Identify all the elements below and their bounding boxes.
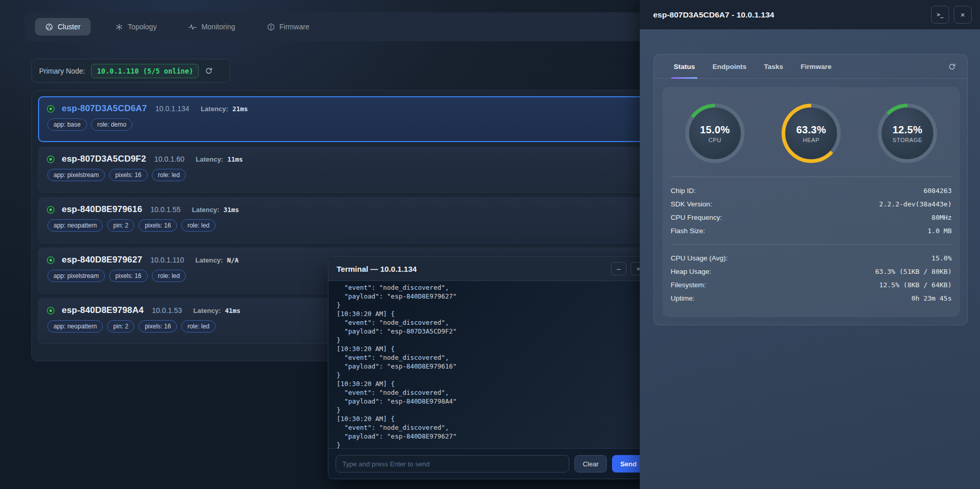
node-name: esp-840D8E979627 <box>62 255 142 265</box>
node-tag: role: led <box>152 270 186 282</box>
panel-tab-label: Firmware <box>801 63 832 71</box>
detail-value: 15.0% <box>932 254 952 262</box>
nav-tab-cluster[interactable]: Cluster <box>35 18 91 36</box>
gauge-label: CPU <box>708 137 721 143</box>
clear-button[interactable]: Clear <box>574 455 607 473</box>
detail-value: 1.0 MB <box>927 227 952 235</box>
node-name: esp-840D8E9798A4 <box>62 305 144 316</box>
node-tag: pin: 2 <box>107 219 134 232</box>
latency-label: Latency: <box>196 155 223 163</box>
node-tag: role: led <box>152 169 186 181</box>
detail-row: Heap Usage: 63.3% (51KB / 80KB) <box>671 265 952 278</box>
detail-label: Uptime: <box>671 294 695 302</box>
open-terminal-button[interactable]: >_ <box>931 6 949 24</box>
detail-row: Chip ID: 6084263 <box>671 184 952 197</box>
app-root: Cluster Topology Monitoring Firmware Pri… <box>0 0 980 489</box>
topology-icon <box>115 23 123 31</box>
nav-tab-label: Topology <box>128 23 156 31</box>
status-card: Status Endpoints Tasks Firmware 15.0% CP… <box>654 54 968 325</box>
panel-tab-label: Tasks <box>764 63 783 71</box>
terminal-input[interactable] <box>336 455 569 473</box>
gauges-row: 15.0% CPU 63.3% HEAP 12.5% STORAGE <box>662 87 960 177</box>
detail-row: Filesystem: 12.5% (8KB / 64KB) <box>671 278 952 291</box>
detail-label: Filesystem: <box>671 281 706 289</box>
minimize-icon: – <box>617 265 620 273</box>
latency-value: 41ms <box>225 307 240 315</box>
detail-value: 12.5% (8KB / 64KB) <box>879 281 952 289</box>
node-tag: app: pixelstream <box>47 270 105 282</box>
node-detail-panel: esp-807D3A5CD6A7 - 10.0.1.134 >_ × Statu… <box>640 0 980 489</box>
node-ip: 10.0.1.53 <box>152 306 182 315</box>
gauge-label: STORAGE <box>892 137 922 143</box>
detail-label: SDK Version: <box>671 200 712 208</box>
panel-tabs: Status Endpoints Tasks Firmware <box>654 55 967 79</box>
tab-endpoints[interactable]: Endpoints <box>712 55 746 78</box>
nav-tab-topology[interactable]: Topology <box>108 18 164 36</box>
primary-node-value: 10.0.1.110 (5/5 online) <box>91 64 199 78</box>
detail-value: 63.3% (51KB / 80KB) <box>875 268 952 275</box>
detail-value: 6084263 <box>923 187 952 195</box>
gauge-heap: 63.3% HEAP <box>780 102 842 164</box>
latency-value: 31ms <box>223 206 239 214</box>
latency-label: Latency: <box>195 256 222 264</box>
terminal-title: Terminal — 10.0.1.134 <box>337 265 417 273</box>
firmware-icon <box>267 23 275 31</box>
detail-row: CPU Usage (Avg): 15.0% <box>671 251 952 265</box>
detail-label: Flash Size: <box>671 227 705 235</box>
status-content: 15.0% CPU 63.3% HEAP 12.5% STORAGE <box>662 87 960 317</box>
node-tag: role: led <box>181 320 216 333</box>
refresh-icon[interactable] <box>205 67 213 75</box>
panel-tab-label: Status <box>674 63 695 71</box>
latency-value: 11ms <box>227 155 243 163</box>
gauge-value: 15.0% <box>700 124 730 136</box>
latency-label: Latency: <box>201 105 228 113</box>
node-tag: app: pixelstream <box>47 169 105 181</box>
cluster-icon <box>45 23 53 31</box>
latency-value: N/A <box>227 256 239 264</box>
node-tag: role: demo <box>91 118 133 131</box>
gauge-cpu: 15.0% CPU <box>684 102 746 164</box>
latency-label: Latency: <box>194 307 221 315</box>
gauge-storage: 12.5% STORAGE <box>877 102 938 164</box>
panel-refresh-icon[interactable] <box>948 63 956 71</box>
online-status-icon <box>47 206 55 214</box>
detail-row: Uptime: 0h 23m 45s <box>671 291 952 305</box>
node-ip: 10.0.1.55 <box>150 205 180 214</box>
tab-firmware[interactable]: Firmware <box>801 55 832 78</box>
online-status-icon <box>47 307 55 315</box>
primary-node-bar: Primary Node: 10.0.1.110 (5/5 online) <box>31 59 230 83</box>
node-tag: pixels: 16 <box>109 169 148 181</box>
terminal-titlebar[interactable]: Terminal — 10.0.1.134 – × <box>328 257 652 281</box>
panel-title: esp-807D3A5CD6A7 - 10.0.1.134 <box>653 10 774 20</box>
monitoring-icon <box>188 24 197 30</box>
nav-tab-firmware[interactable]: Firmware <box>260 18 317 36</box>
node-tag: app: base <box>47 118 87 131</box>
node-ip: 10.0.1.134 <box>155 104 189 113</box>
gauge-value: 12.5% <box>892 124 922 136</box>
chip-details: Chip ID: 6084263 SDK Version: 2.2.2-dev(… <box>662 177 960 244</box>
detail-value: 2.2.2-dev(38a443e) <box>879 200 952 208</box>
detail-label: CPU Usage (Avg): <box>671 254 728 262</box>
panel-tab-label: Endpoints <box>712 63 746 71</box>
node-name: esp-840D8E979616 <box>62 204 142 215</box>
nav-tab-monitoring[interactable]: Monitoring <box>181 18 242 36</box>
usage-details: CPU Usage (Avg): 15.0% Heap Usage: 63.3%… <box>662 244 960 311</box>
tab-status[interactable]: Status <box>674 55 695 78</box>
nav-tabs: Cluster Topology Monitoring Firmware <box>35 18 317 36</box>
panel-close-button[interactable]: × <box>954 6 972 24</box>
node-ip: 10.0.1.60 <box>154 155 184 163</box>
node-tag: app: neopattern <box>47 320 103 333</box>
detail-row: SDK Version: 2.2.2-dev(38a443e) <box>671 197 952 211</box>
gauge-value: 63.3% <box>796 124 826 136</box>
online-status-icon <box>47 256 55 264</box>
primary-node-label: Primary Node: <box>39 67 85 75</box>
detail-value: 0h 23m 45s <box>912 294 952 302</box>
node-name: esp-807D3A5CD6A7 <box>62 103 147 114</box>
terminal-output[interactable]: "event": "node_discovered", "payload": "… <box>328 281 652 448</box>
panel-header: esp-807D3A5CD6A7 - 10.0.1.134 >_ × <box>640 0 980 29</box>
terminal-minimize-button[interactable]: – <box>611 262 626 275</box>
terminal-window: Terminal — 10.0.1.134 – × "event": "node… <box>328 256 653 479</box>
detail-row: Flash Size: 1.0 MB <box>671 224 952 237</box>
tab-tasks[interactable]: Tasks <box>764 55 783 78</box>
nav-tab-label: Cluster <box>58 23 80 31</box>
